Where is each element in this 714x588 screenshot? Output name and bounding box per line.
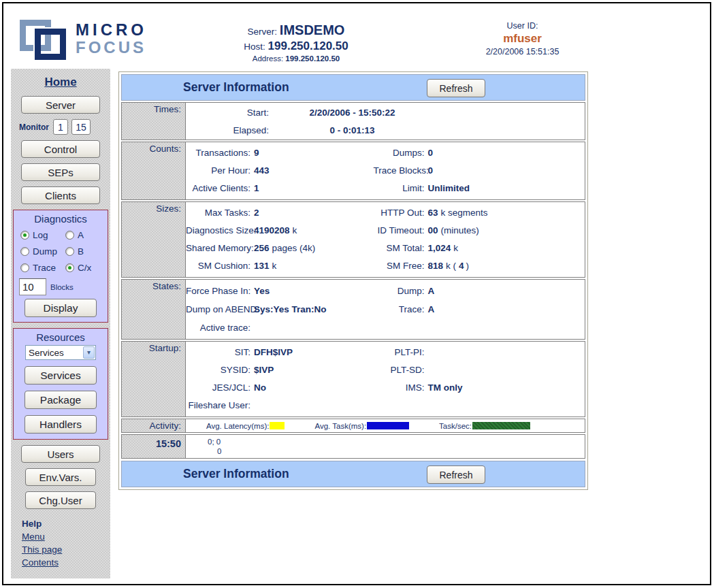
diagnostics-radio-group: Log A Dump B Trace C/x: [14, 227, 108, 276]
chguser-button[interactable]: Chg.User: [25, 491, 96, 509]
resources-select-value: Services: [26, 348, 83, 358]
help-link-this-page[interactable]: This page: [22, 543, 62, 556]
task-per-sec-swatch: [472, 422, 530, 429]
field-fileshare-user: Fileshare User:: [186, 397, 373, 414]
control-button[interactable]: Control: [21, 140, 100, 158]
display-button[interactable]: Display: [25, 299, 97, 317]
legend-task-per-sec: Task/sec:: [439, 422, 530, 430]
field-per-hour: Per Hour:443: [186, 162, 373, 180]
resources-panel: Resources Services ▾ Services Package Ha…: [13, 328, 108, 440]
radio-b[interactable]: B: [65, 243, 101, 259]
field-sit: SIT:DFH$IVP: [186, 344, 373, 361]
package-button[interactable]: Package: [25, 391, 97, 409]
field-sm-free: SM Free:818k (4): [373, 257, 585, 275]
field-limit: Limit:Unlimited: [373, 180, 585, 197]
radio-a[interactable]: A: [65, 227, 101, 243]
chevron-down-icon[interactable]: ▾: [83, 346, 95, 359]
logo-word-focus: FOCUS: [76, 39, 147, 56]
seps-button[interactable]: SEPs: [21, 163, 100, 181]
history-values-line2: 0: [186, 446, 585, 456]
server-information-table: Server Information Refresh Times: Start:…: [118, 71, 588, 490]
page: MICRO FOCUS Server: IMSDEMO Host: 199.25…: [2, 2, 711, 585]
refresh-button-bottom[interactable]: Refresh: [427, 466, 485, 484]
activity-section-label: Activity:: [122, 419, 186, 432]
logo-square-dark: [35, 29, 66, 60]
radio-a-control[interactable]: [65, 231, 74, 240]
field-jes-jcl: JES/JCL:No: [186, 379, 373, 397]
startup-section-label: Startup:: [122, 342, 186, 416]
radio-dump[interactable]: Dump: [20, 243, 65, 259]
diagnostics-title: Diagnostics: [14, 213, 108, 225]
radio-trace-control[interactable]: [20, 263, 29, 272]
field-sm-total: SM Total:1,024k: [373, 240, 585, 257]
field-active-trace: Active trace:: [186, 318, 373, 337]
clients-button[interactable]: Clients: [21, 186, 100, 204]
microfocus-logo: MICRO FOCUS: [20, 20, 156, 61]
field-plt-sd: PLT-SD:: [373, 361, 585, 379]
monitor-interval-input[interactable]: [71, 119, 91, 135]
field-max-tasks: Max Tasks:2: [186, 204, 373, 222]
field-shared-memory: Shared Memory:256pages (4k): [186, 240, 373, 257]
sidebar: Home Server Monitor Control SEPs Clients…: [11, 69, 110, 578]
server-label: Server:: [248, 27, 278, 37]
resources-title: Resources: [14, 331, 108, 343]
sizes-row: Sizes: Max Tasks:2 Diagnostics Size:4190…: [121, 201, 585, 278]
latency-swatch: [270, 422, 285, 429]
radio-trace[interactable]: Trace: [20, 259, 65, 276]
counts-row: Counts: Transactions:9 Per Hour:443 Acti…: [121, 142, 585, 200]
user-id-label: User ID:: [449, 21, 596, 31]
radio-log-control[interactable]: [20, 231, 29, 240]
task-swatch: [367, 422, 409, 429]
monitor-row: Monitor: [19, 119, 110, 135]
address-label: Address:: [253, 54, 283, 63]
blocks-input[interactable]: [19, 278, 46, 295]
history-time-label: 15:50: [122, 435, 186, 458]
page-header: MICRO FOCUS Server: IMSDEMO Host: 199.25…: [3, 3, 710, 69]
page-title: Server Information: [183, 80, 289, 95]
home-link[interactable]: Home: [11, 76, 110, 89]
envvars-button[interactable]: Env.Vars.: [25, 468, 96, 486]
field-start: Start:2/20/2006 - 15:50:22: [186, 104, 585, 122]
legend-avg-latency: Avg. Latency(ms):: [206, 422, 285, 430]
user-identity: User ID: mfuser 2/20/2006 15:51:35: [449, 21, 596, 56]
top-title-bar: Server Information Refresh: [121, 74, 585, 101]
radio-dump-control[interactable]: [20, 247, 29, 256]
users-button[interactable]: Users: [21, 445, 100, 463]
field-ims: IMS:TM only: [373, 379, 585, 397]
radio-cx[interactable]: C/x: [65, 259, 101, 276]
monitor-count-input[interactable]: [53, 119, 68, 135]
history-values-line1: 0; 0: [186, 437, 585, 446]
address-value: 199.250.120.50: [285, 54, 340, 63]
monitor-label: Monitor: [19, 122, 49, 132]
activity-row: Activity: Avg. Latency(ms): Avg. Task(ms…: [121, 419, 585, 433]
help-title: Help: [22, 517, 110, 530]
states-section-label: States:: [122, 280, 186, 339]
times-row: Times: Start:2/20/2006 - 15:50:22 Elapse…: [121, 102, 585, 140]
field-sm-cushion: SM Cushion:131k: [186, 257, 373, 275]
field-diagnostics-size: Diagnostics Size:4190208k: [186, 222, 373, 240]
history-row: 15:50 0; 0 0: [121, 434, 585, 459]
radio-cx-control[interactable]: [65, 263, 74, 272]
blocks-row: Blocks: [19, 278, 108, 295]
help-link-contents[interactable]: Contents: [22, 556, 59, 569]
blocks-label: Blocks: [50, 283, 74, 291]
logo-text: MICRO FOCUS: [76, 21, 147, 56]
services-button[interactable]: Services: [25, 366, 97, 385]
server-button[interactable]: Server: [21, 96, 100, 114]
field-active-clients: Active Clients:1: [186, 180, 373, 197]
server-name: IMSDEMO: [280, 22, 345, 37]
radio-log[interactable]: Log: [20, 227, 65, 243]
field-force-phase-in: Force Phase In:Yes: [186, 282, 373, 300]
field-trace-state: Trace:A: [373, 300, 585, 318]
legend-avg-task: Avg. Task(ms):: [314, 422, 409, 430]
refresh-button-top[interactable]: Refresh: [427, 79, 485, 97]
field-http-out: HTTP Out:63k segments: [373, 204, 585, 222]
counts-section-label: Counts:: [122, 142, 186, 199]
resources-select[interactable]: Services ▾: [25, 345, 96, 360]
states-row: States: Force Phase In:Yes Dump on ABEND…: [121, 279, 585, 340]
field-plt-pi: PLT-PI:: [373, 344, 585, 361]
radio-b-control[interactable]: [65, 247, 74, 256]
handlers-button[interactable]: Handlers: [25, 415, 97, 434]
help-link-menu[interactable]: Menu: [22, 530, 45, 543]
user-id-value: mfuser: [449, 32, 596, 46]
